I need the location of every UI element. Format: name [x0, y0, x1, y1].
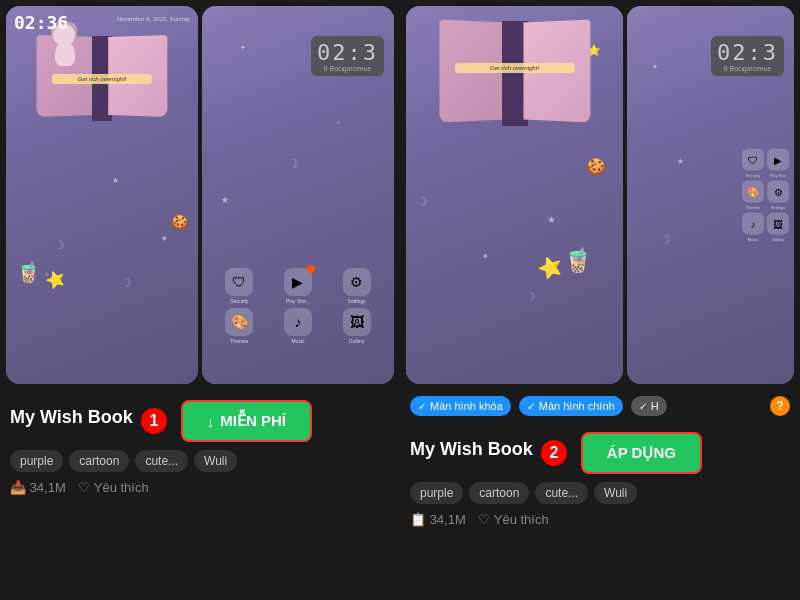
- moon-deco-1: ☽: [121, 276, 132, 290]
- lockscreen-preview: ✦ ✧ ✦ ✧ ★ ☽ ☽ ⭐ ⭐ 🍪 02:36 November 8, 20…: [6, 6, 198, 384]
- music-label: Music: [291, 338, 304, 344]
- hs-star-2: ✧: [336, 119, 341, 126]
- tag-cartoon[interactable]: cartoon: [69, 450, 129, 472]
- small-gallery-icon: 🖼: [767, 213, 789, 235]
- small-security-label: Security: [746, 173, 760, 178]
- tag-cute[interactable]: cute...: [135, 450, 188, 472]
- favorite-button[interactable]: ♡ Yêu thích: [78, 480, 149, 495]
- icon-col-1: 🛡 Security: [742, 149, 764, 178]
- digital-clock-display-2: 02:3 8 Воскресенье: [711, 36, 784, 76]
- small-music-icon: ♪: [742, 213, 764, 235]
- gallery-icon-app: 🖼 Gallery: [343, 308, 371, 344]
- right-tags-row: purple cartoon cute... Wuli: [410, 482, 790, 504]
- right-action-area: My Wish Book 2 ÁP DỤNG: [410, 432, 790, 474]
- left-panel: ✦ ✧ ✦ ✧ ★ ☽ ☽ ⭐ ⭐ 🍪 02:36 November 8, 20…: [0, 0, 400, 600]
- left-phone-previews: ✦ ✧ ✦ ✧ ★ ☽ ☽ ⭐ ⭐ 🍪 02:36 November 8, 20…: [0, 0, 400, 390]
- big-book-body: Get rich overnight!: [440, 21, 590, 121]
- big-book-bg: ✦ ✧ ★ ✦ ☽ ☽ ⭐ ⭐ ⭐ 🍪: [406, 6, 623, 384]
- app-icons-row1: 🛡 Security ▶ Play Stor... ⚙ Settings: [202, 268, 394, 304]
- left-action-area: My Wish Book 1 ↓ MIỄN PHÍ: [10, 400, 390, 442]
- r-tag-cute[interactable]: cute...: [535, 482, 588, 504]
- hs2-star-1: ✦: [652, 63, 658, 71]
- digital-clock-display: 02:3 8 Воскресенье: [311, 36, 384, 76]
- themes-icon-img: 🎨: [225, 308, 253, 336]
- mainscreen-badge[interactable]: ✓ Màn hình chính: [519, 396, 623, 416]
- r-tag-wuli[interactable]: Wuli: [594, 482, 637, 504]
- playstore-icon-app: ▶ Play Stor...: [284, 268, 312, 304]
- r-tag-cartoon[interactable]: cartoon: [469, 482, 529, 504]
- clock-day-2: 8 Воскресенье: [717, 65, 778, 72]
- bb-star-3: ★: [547, 214, 556, 225]
- download-count-icon: 📥: [10, 480, 26, 495]
- icon-col-6: 🖼 Gallery: [767, 213, 789, 242]
- lockscreen-bg: ✦ ✧ ✦ ✧ ★ ☽ ☽ ⭐ ⭐ 🍪 02:36 November 8, 20…: [6, 6, 198, 384]
- security-icon-app: 🛡 Security: [225, 268, 253, 304]
- clock-digits-2: 02:3: [717, 40, 778, 65]
- r-download-count: 📋 34,1M: [410, 512, 466, 527]
- notif-badge: [307, 265, 315, 273]
- small-gallery-label: Gallery: [772, 237, 785, 242]
- other-check-icon: ✓: [639, 401, 647, 412]
- main-container: ✦ ✧ ✦ ✧ ★ ☽ ☽ ⭐ ⭐ 🍪 02:36 November 8, 20…: [0, 0, 800, 600]
- bb-moon-1: ☽: [417, 195, 428, 209]
- tag-wuli[interactable]: Wuli: [194, 450, 237, 472]
- download-button[interactable]: ↓ MIỄN PHÍ: [181, 400, 312, 442]
- clock-digits: 02:3: [317, 40, 378, 65]
- icon-col-5: ♪ Music: [742, 213, 764, 242]
- hs2-moon-1: ☽: [660, 233, 671, 247]
- lockscreen-badge[interactable]: ✓ Màn hình khóa: [410, 396, 511, 416]
- download-label: MIỄN PHÍ: [220, 412, 286, 430]
- gallery-label: Gallery: [349, 338, 365, 344]
- download-icon: ↓: [207, 413, 215, 430]
- lockscreen-check-icon: ✓: [418, 401, 426, 412]
- security-label: Security: [230, 298, 248, 304]
- right-phone-previews: ✦ ✧ ★ ✦ ☽ ☽ ⭐ ⭐ ⭐ 🍪: [400, 0, 800, 390]
- r-tag-purple[interactable]: purple: [410, 482, 463, 504]
- date-display: November 8, 2020, Sunday: [117, 16, 190, 22]
- other-screen-badge[interactable]: ✓ H: [631, 396, 667, 416]
- homescreen-preview-2: ✦ ★ ☽ 02:3 8 Воскресенье 🛡 Security: [627, 6, 794, 384]
- step-badge-1: 1: [141, 408, 167, 434]
- mainscreen-badge-label: Màn hình chính: [539, 400, 615, 412]
- app-icons-row2: 🎨 Themes ♪ Music 🖼 Gallery: [202, 308, 394, 344]
- apply-label: ÁP DỤNG: [607, 444, 676, 462]
- small-themes-label: Themes: [746, 205, 760, 210]
- settings-label: Settings: [348, 298, 366, 304]
- mainscreen-check-icon: ✓: [527, 401, 535, 412]
- cookie-deco-1: 🍪: [171, 214, 188, 230]
- homescreen-bg: ✦ ✧ ★ ☽ 02:3 8 Воскресенье 🛡 Security: [202, 6, 394, 384]
- gallery-icon-img: 🖼: [343, 308, 371, 336]
- r-favorite-button[interactable]: ♡ Yêu thích: [478, 512, 549, 527]
- small-playstore-icon: ▶: [767, 149, 789, 171]
- icon-col-2: ▶ Play Stor: [767, 149, 789, 178]
- right-stats-row: 📋 34,1M ♡ Yêu thích: [410, 512, 790, 527]
- tag-purple[interactable]: purple: [10, 450, 63, 472]
- char-body: [55, 41, 75, 66]
- big-book-text: Get rich overnight!: [455, 63, 575, 73]
- big-book-preview: ✦ ✧ ★ ✦ ☽ ☽ ⭐ ⭐ ⭐ 🍪: [406, 6, 623, 384]
- left-stats-row: 📥 34,1M ♡ Yêu thích: [10, 480, 390, 495]
- small-icons-grid: 🛡 Security ▶ Play Stor 🎨 Themes ⚙: [742, 149, 789, 242]
- help-badge[interactable]: ?: [770, 396, 790, 416]
- cup-decoration: 🧋: [16, 260, 41, 284]
- themes-icon-app: 🎨 Themes: [225, 308, 253, 344]
- themes-label: Themes: [230, 338, 248, 344]
- left-info-panel: My Wish Book 1 ↓ MIỄN PHÍ purple cartoon…: [0, 390, 400, 501]
- security-icon-img: 🛡: [225, 268, 253, 296]
- bb-cookie-1: 🍪: [586, 157, 606, 176]
- clock-day: 8 Воскресенье: [317, 65, 378, 72]
- download-count: 📥 34,1M: [10, 480, 66, 495]
- hs-star-3: ★: [221, 195, 229, 205]
- hs2-star-2: ★: [677, 157, 684, 166]
- star-deco-3: ✦: [160, 233, 168, 244]
- right-info-panel: My Wish Book 2 ÁP DỤNG purple cartoon cu…: [400, 422, 800, 533]
- favorite-label: Yêu thích: [94, 480, 149, 495]
- lockscreen-badge-label: Màn hình khóa: [430, 400, 503, 412]
- small-themes-icon: 🎨: [742, 181, 764, 203]
- right-panel: ✦ ✧ ★ ✦ ☽ ☽ ⭐ ⭐ ⭐ 🍪: [400, 0, 800, 600]
- r-download-icon: 📋: [410, 512, 426, 527]
- homescreen-bg-2: ✦ ★ ☽ 02:3 8 Воскресенье 🛡 Security: [627, 6, 794, 384]
- apply-button[interactable]: ÁP DỤNG: [581, 432, 702, 474]
- date-text: November 8, 2020, Sunday: [117, 16, 190, 22]
- big-cup-deco: 🧋: [563, 246, 593, 274]
